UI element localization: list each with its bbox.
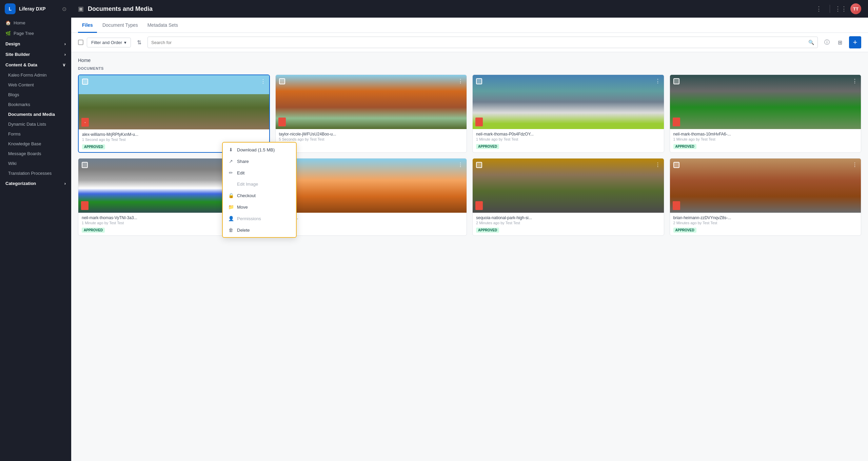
card-item[interactable]: ⋮ brian-heimann-zzDVYnqvZ8s-... 2 Minute… xyxy=(670,158,862,236)
share-icon: ↗ xyxy=(228,159,234,164)
card-item[interactable]: ⋮ ...s2YaM... st xyxy=(275,158,467,236)
card-checkbox[interactable] xyxy=(279,78,285,84)
card-meta: 5 Seconds ago by Test Test xyxy=(279,137,463,141)
toolbar-right-icons: ⓘ ⊞ xyxy=(821,37,846,48)
sidebar-item-dynamic-data[interactable]: Dynamic Data Lists xyxy=(0,119,71,129)
card-badge: APPROVED xyxy=(476,144,499,149)
select-all-checkbox[interactable] xyxy=(78,40,83,45)
toolbar: Filter and Order ▾ ⇅ 🔍 ⓘ ⊞ + xyxy=(71,33,868,52)
more-options-icon[interactable]: ⋮ xyxy=(813,3,824,14)
card-title: ...s2YaM... xyxy=(279,215,463,220)
context-menu-move[interactable]: 📁 Move xyxy=(223,201,296,213)
breadcrumb: Home xyxy=(78,58,861,63)
card-checkbox[interactable] xyxy=(673,78,679,84)
sidebar-header: L Liferay DXP ⊙ xyxy=(0,0,71,18)
context-menu-edit[interactable]: ✏ Edit xyxy=(223,167,296,179)
context-menu-download[interactable]: ⬇ Download (1.5 MB) xyxy=(223,144,296,155)
main-content: ▣ Documents and Media ⋮ ⋮⋮ TT Files Docu… xyxy=(71,0,868,461)
card-item[interactable]: ▪ ⋮ alex-williams-MrjRPfyKxnM-u... 1 Sec… xyxy=(78,75,270,153)
delete-icon: 🗑 xyxy=(228,227,234,233)
chevron-down-icon: ∨ xyxy=(62,62,66,67)
sidebar-item-translation[interactable]: Translation Processes xyxy=(0,168,71,178)
home-icon: 🏠 xyxy=(5,20,11,25)
sidebar-item-bookmarks[interactable]: Bookmarks xyxy=(0,100,71,109)
info-icon[interactable]: ⓘ xyxy=(821,37,833,48)
file-type-icon xyxy=(673,118,680,126)
context-menu: ⬇ Download (1.5 MB) ↗ Share ✏ Edit Edit … xyxy=(222,142,297,238)
sidebar-item-page-tree[interactable]: 🌿 Page Tree xyxy=(0,28,71,39)
context-menu-delete[interactable]: 🗑 Delete xyxy=(223,224,296,236)
sidebar-item-blogs[interactable]: Blogs xyxy=(0,90,71,100)
card-checkbox[interactable] xyxy=(476,78,482,84)
sidebar-panel-icon[interactable]: ▣ xyxy=(78,5,84,13)
search-input[interactable] xyxy=(151,40,808,45)
filter-order-button[interactable]: Filter and Order ▾ xyxy=(87,38,131,47)
sidebar-item-forms[interactable]: Forms xyxy=(0,129,71,139)
sort-button[interactable]: ⇅ xyxy=(134,37,144,48)
sidebar-section-design[interactable]: Design › xyxy=(0,39,71,49)
card-meta: 2 Minutes ago by Test Test xyxy=(476,221,660,225)
card-title: sequoia-national-park-high-si... xyxy=(476,215,660,220)
chevron-right-icon: › xyxy=(64,41,66,46)
tabs-bar: Files Document Types Metadata Sets xyxy=(71,18,868,33)
tab-files[interactable]: Files xyxy=(78,18,97,33)
card-item[interactable]: ⋮ neil-mark-thomas-P0s4FdzOY... 1 Minute… xyxy=(472,75,664,153)
checkout-icon: 🔒 xyxy=(228,193,234,198)
sidebar-item-message-boards[interactable]: Message Boards xyxy=(0,149,71,159)
card-menu-button[interactable]: ⋮ xyxy=(654,77,662,85)
card-item[interactable]: ⋮ neil-mark-thomas-10mHvFA6-... 1 Minute… xyxy=(670,75,862,153)
card-menu-button[interactable]: ⋮ xyxy=(456,77,465,85)
add-button[interactable]: + xyxy=(849,36,861,48)
app-name: Liferay DXP xyxy=(19,6,46,12)
chevron-down-icon: ▾ xyxy=(124,40,126,45)
card-menu-button[interactable]: ⋮ xyxy=(851,161,859,169)
context-menu-share[interactable]: ↗ Share xyxy=(223,155,296,167)
file-type-icon xyxy=(475,118,483,126)
sidebar-item-home[interactable]: 🏠 Home xyxy=(0,18,71,28)
sidebar-toggle-icon[interactable]: ⊙ xyxy=(62,6,66,12)
sidebar-item-documents-media[interactable]: Documents and Media xyxy=(0,109,71,119)
card-body: neil-mark-thomas-10mHvFA6-... 1 Minute a… xyxy=(670,129,861,152)
sidebar-section-site-builder[interactable]: Site Builder › xyxy=(0,49,71,60)
card-title: neil-mark-thomas-P0s4FdzOY... xyxy=(476,132,660,137)
card-title: brian-heimann-zzDVYnqvZ8s-... xyxy=(673,215,858,220)
sidebar-item-wiki[interactable]: Wiki xyxy=(0,159,71,168)
card-checkbox[interactable] xyxy=(82,79,88,85)
card-meta: st xyxy=(279,221,463,225)
section-label: DOCUMENTS xyxy=(78,66,861,70)
context-menu-checkout[interactable]: 🔒 Checkout xyxy=(223,190,296,201)
card-image: ⋮ xyxy=(670,75,861,129)
card-item[interactable]: ⋮ taylor-nicole-jWFUsU24Boo-u... 5 Secon… xyxy=(275,75,467,153)
card-checkbox[interactable] xyxy=(673,162,679,168)
download-icon: ⬇ xyxy=(228,147,234,152)
grid-apps-icon[interactable]: ⋮⋮ xyxy=(835,3,846,14)
card-body: neil-mark-thomas-P0s4FdzOY... 1 Minute a… xyxy=(473,129,664,152)
page-title: Documents and Media xyxy=(88,5,153,13)
card-badge: APPROVED xyxy=(82,144,105,149)
sidebar-section-categorization[interactable]: Categorization › xyxy=(0,178,71,189)
card-menu-button[interactable]: ⋮ xyxy=(851,77,859,85)
edit-icon: ✏ xyxy=(228,170,234,175)
card-menu-button[interactable]: ⋮ xyxy=(654,161,662,169)
card-menu-button[interactable]: ⋮ xyxy=(456,161,465,169)
card-image: ▪ ⋮ xyxy=(79,75,269,129)
tab-metadata-sets[interactable]: Metadata Sets xyxy=(143,18,182,33)
card-body: ...s2YaM... st xyxy=(276,213,467,229)
card-image: ⋮ xyxy=(473,75,664,129)
sidebar-item-kaleo-forms[interactable]: Kaleo Forms Admin xyxy=(0,70,71,80)
cards-grid: ▪ ⋮ alex-williams-MrjRPfyKxnM-u... 1 Sec… xyxy=(78,75,861,236)
sidebar-section-content-data[interactable]: Content & Data ∨ xyxy=(0,60,71,70)
card-checkbox[interactable] xyxy=(476,162,482,168)
permissions-icon: 👤 xyxy=(228,216,234,221)
context-menu-edit-image: Edit Image xyxy=(223,179,296,190)
card-meta: 1 Minute ago by Test Test xyxy=(476,137,660,141)
sidebar-item-web-content[interactable]: Web Content xyxy=(0,80,71,90)
card-item[interactable]: ⋮ sequoia-national-park-high-si... 2 Min… xyxy=(472,158,664,236)
grid-view-icon[interactable]: ⊞ xyxy=(834,37,846,48)
card-meta: 1 Second ago by Test Test xyxy=(82,138,266,142)
avatar[interactable]: TT xyxy=(850,3,861,14)
sidebar-item-knowledge-base[interactable]: Knowledge Base xyxy=(0,139,71,149)
card-checkbox[interactable] xyxy=(82,162,88,168)
tab-document-types[interactable]: Document Types xyxy=(98,18,142,33)
card-menu-button[interactable]: ⋮ xyxy=(259,77,267,85)
